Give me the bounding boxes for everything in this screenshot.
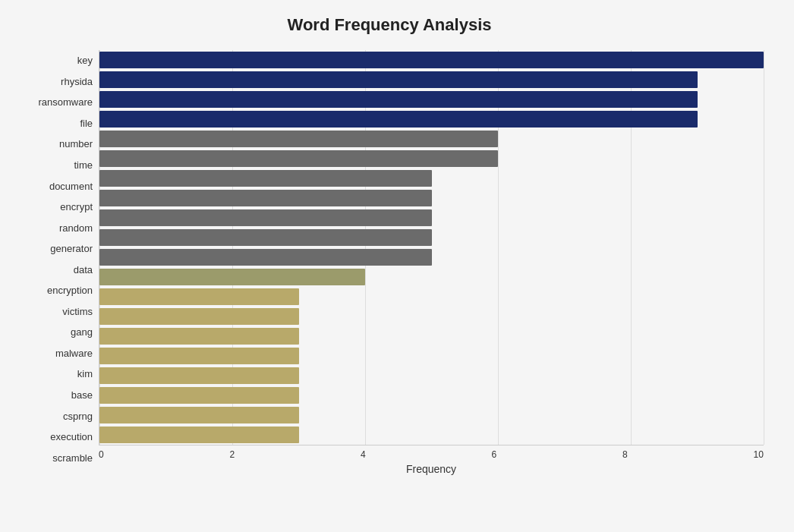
bar xyxy=(99,91,698,108)
x-tick: 0 xyxy=(99,449,104,460)
bar xyxy=(99,269,365,285)
x-tick: 4 xyxy=(361,449,366,460)
chart-container: Word Frequency Analysis keyrhysidaransom… xyxy=(0,0,794,532)
bar-row xyxy=(99,90,764,109)
bar xyxy=(99,427,299,443)
x-axis: 0246810 xyxy=(99,445,764,460)
y-label: number xyxy=(59,134,93,154)
bar xyxy=(99,150,498,167)
bar xyxy=(99,249,432,266)
bar xyxy=(99,131,498,147)
bar-row xyxy=(99,188,764,208)
y-label: random xyxy=(59,218,93,238)
bar-row xyxy=(99,307,764,326)
y-label: victims xyxy=(62,301,93,321)
bar-row xyxy=(99,405,764,425)
y-label: scramble xyxy=(52,448,93,467)
y-label: base xyxy=(71,386,93,405)
bar-row xyxy=(99,326,764,346)
bar xyxy=(99,348,299,364)
bar xyxy=(99,229,432,246)
y-label: generator xyxy=(50,239,93,259)
bar-row xyxy=(99,109,764,129)
y-label: time xyxy=(74,156,93,175)
bar xyxy=(99,367,299,384)
y-label: data xyxy=(74,260,93,279)
bar xyxy=(99,71,698,88)
y-label: execution xyxy=(50,427,93,447)
x-tick: 2 xyxy=(230,449,235,460)
y-label: gang xyxy=(71,323,93,342)
grid-line xyxy=(764,50,764,445)
bar xyxy=(99,111,698,127)
bar-row xyxy=(99,228,764,247)
y-label: ransomware xyxy=(38,93,93,112)
bar-row xyxy=(99,70,764,90)
y-label: encrypt xyxy=(60,197,93,217)
bar-row xyxy=(99,386,764,405)
y-label: csprng xyxy=(63,406,93,426)
bar-row xyxy=(99,168,764,188)
chart-title: Word Frequency Analysis xyxy=(15,15,764,35)
y-label: encryption xyxy=(47,281,93,301)
bar-row xyxy=(99,346,764,366)
bar xyxy=(99,170,432,187)
bar xyxy=(99,190,432,206)
bar xyxy=(99,387,299,404)
bar-row xyxy=(99,208,764,228)
y-label: document xyxy=(49,176,93,196)
y-label: rhysida xyxy=(61,71,93,91)
plot-area: 0246810 Frequency xyxy=(99,50,764,468)
bar xyxy=(99,209,432,226)
y-label: key xyxy=(77,51,93,71)
bar xyxy=(99,52,764,68)
bar-row xyxy=(99,287,764,307)
bar-row xyxy=(99,366,764,386)
bar-row xyxy=(99,129,764,149)
bar xyxy=(99,328,299,345)
bar-row xyxy=(99,50,764,70)
y-axis: keyrhysidaransomwarefilenumbertimedocume… xyxy=(15,50,99,468)
bar-row xyxy=(99,267,764,287)
y-label: file xyxy=(80,113,93,133)
x-tick: 10 xyxy=(754,449,764,460)
x-tick: 6 xyxy=(492,449,497,460)
bars-wrapper xyxy=(99,50,764,445)
bar xyxy=(99,308,299,325)
y-label: malware xyxy=(55,343,93,363)
y-label: kim xyxy=(77,364,93,384)
x-axis-label: Frequency xyxy=(99,463,764,475)
chart-area: keyrhysidaransomwarefilenumbertimedocume… xyxy=(15,50,764,468)
bar-row xyxy=(99,425,764,445)
bar xyxy=(99,407,299,423)
bar-row xyxy=(99,149,764,168)
bar xyxy=(99,288,299,305)
x-tick: 8 xyxy=(622,449,628,460)
bar-row xyxy=(99,247,764,267)
